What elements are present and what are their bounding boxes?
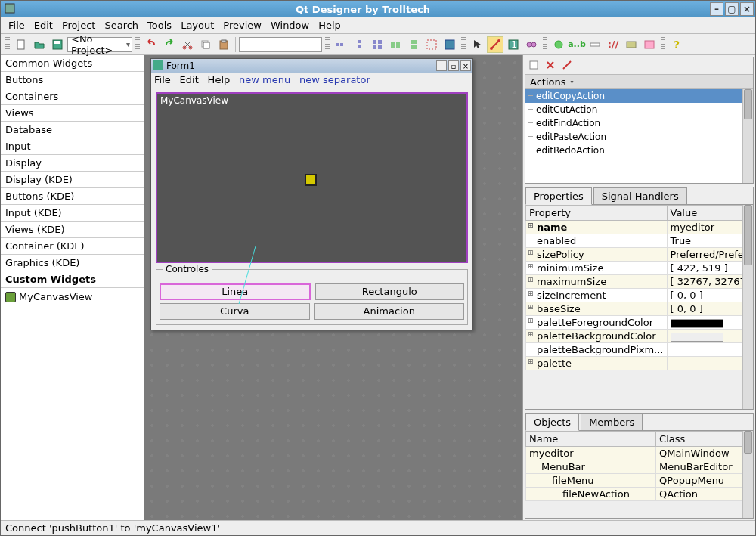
action-item[interactable]: editRedoAction xyxy=(525,144,753,157)
tab-signal-handlers[interactable]: Signal Handlers xyxy=(593,187,687,204)
linea-button[interactable]: Linea xyxy=(160,283,311,300)
toolbar-grip[interactable] xyxy=(5,37,10,52)
tab-order-icon[interactable]: 1 xyxy=(505,36,522,53)
search-input[interactable] xyxy=(239,37,322,52)
form-new-menu[interactable]: new menu xyxy=(239,74,290,85)
layout-split-v-icon[interactable] xyxy=(405,36,422,53)
category-display-kde[interactable]: Display (KDE) xyxy=(1,172,144,188)
rectangulo-button[interactable]: Rectangulo xyxy=(315,283,465,300)
category-custom-widgets[interactable]: Custom Widgets xyxy=(1,271,144,288)
category-input-kde[interactable]: Input (KDE) xyxy=(1,205,144,222)
break-layout-icon[interactable] xyxy=(423,36,440,53)
menu-tools[interactable]: Tools xyxy=(143,18,176,33)
category-containers[interactable]: Containers xyxy=(1,88,144,105)
form-window[interactable]: Form1 – ▫ × File Edit Help new menu new … xyxy=(150,58,473,330)
col-value[interactable]: Value xyxy=(667,206,753,221)
widget-tool-icon[interactable] xyxy=(550,36,567,53)
toolbar-grip[interactable] xyxy=(661,37,665,52)
property-row[interactable]: enabledTrue xyxy=(526,234,754,248)
menu-help[interactable]: Help xyxy=(314,18,345,33)
buddy-icon[interactable] xyxy=(523,36,540,53)
category-container-kde[interactable]: Container (KDE) xyxy=(1,238,144,255)
menu-search[interactable]: Search xyxy=(100,18,143,33)
action-item[interactable]: editCutAction xyxy=(525,103,753,116)
form-maximize-button[interactable]: ▫ xyxy=(448,60,459,71)
col-name[interactable]: Name xyxy=(526,432,656,447)
connect-action-icon[interactable] xyxy=(562,60,574,72)
property-row[interactable]: sizeIncrement[ 0, 0 ] xyxy=(526,289,754,302)
animacion-button[interactable]: Animacion xyxy=(314,303,465,320)
menu-project[interactable]: Project xyxy=(57,18,100,33)
text-tool-icon[interactable]: a..b xyxy=(569,36,585,53)
object-row[interactable]: fileNewActionQAction xyxy=(526,488,753,501)
slot-tool-icon[interactable]: :// xyxy=(605,36,621,53)
category-buttons[interactable]: Buttons xyxy=(1,72,144,88)
category-graphics-kde[interactable]: Graphics (KDE) xyxy=(1,255,144,271)
property-row[interactable]: maximumSize[ 32767, 32767 ] xyxy=(526,275,754,289)
action-item[interactable]: editFindAction xyxy=(525,116,753,130)
property-row[interactable]: minimumSize[ 422, 519 ] xyxy=(526,262,754,275)
scrollbar[interactable] xyxy=(742,205,753,409)
tab-properties[interactable]: Properties xyxy=(525,187,592,205)
property-row[interactable]: paletteForegroundColor xyxy=(526,316,754,330)
menu-edit[interactable]: Edit xyxy=(29,18,57,33)
tab-objects[interactable]: Objects xyxy=(525,414,579,431)
col-property[interactable]: Property xyxy=(526,206,668,221)
layout-h-icon[interactable] xyxy=(333,36,349,53)
form-new-separator[interactable]: new separator xyxy=(299,74,370,85)
form-menu-file[interactable]: File xyxy=(154,74,171,85)
menu-layout[interactable]: Layout xyxy=(176,18,218,33)
toolbar-grip[interactable] xyxy=(325,37,330,52)
action-item[interactable]: editPasteAction xyxy=(525,130,753,144)
new-file-icon[interactable] xyxy=(13,36,29,53)
actions-header[interactable]: Actions xyxy=(525,74,753,89)
minimize-button[interactable]: – xyxy=(710,2,723,16)
form-client[interactable]: MyCanvasView Controles Linea Rectangulo … xyxy=(151,88,472,330)
object-row[interactable]: fileMenuQPopupMenu xyxy=(526,474,753,488)
layout-split-h-icon[interactable] xyxy=(387,36,404,53)
copy-icon[interactable] xyxy=(197,36,214,53)
tab-members[interactable]: Members xyxy=(581,414,643,430)
scrollbar[interactable] xyxy=(742,431,753,518)
maximize-button[interactable]: ▢ xyxy=(725,2,739,16)
delete-action-icon[interactable] xyxy=(545,60,557,72)
action-item[interactable]: editCopyAction xyxy=(525,89,753,103)
menu-window[interactable]: Window xyxy=(266,18,314,33)
col-class[interactable]: Class xyxy=(656,432,753,447)
pointer-icon[interactable] xyxy=(469,36,485,53)
preview-tool-icon[interactable] xyxy=(641,36,658,53)
save-icon[interactable] xyxy=(49,36,66,53)
form-minimize-button[interactable]: – xyxy=(436,60,447,71)
layout-v-icon[interactable] xyxy=(351,36,367,53)
menu-file[interactable]: File xyxy=(4,18,29,33)
category-display[interactable]: Display xyxy=(1,155,144,172)
menu-preview[interactable]: Preview xyxy=(218,18,266,33)
category-database[interactable]: Database xyxy=(1,122,144,138)
adjust-size-icon[interactable] xyxy=(442,36,458,53)
cut-icon[interactable] xyxy=(179,36,196,53)
canvas-widget[interactable]: MyCanvasView xyxy=(156,92,468,263)
toolbar-grip[interactable] xyxy=(135,37,140,52)
toolbar-grip[interactable] xyxy=(461,37,466,52)
help-icon[interactable]: ? xyxy=(668,36,685,53)
category-views-kde[interactable]: Views (KDE) xyxy=(1,222,144,238)
form-menu-help[interactable]: Help xyxy=(208,74,231,85)
new-action-icon[interactable] xyxy=(528,60,541,72)
edit-tool-icon[interactable] xyxy=(587,36,603,53)
property-row[interactable]: paletteBackgroundPixm... xyxy=(526,343,754,357)
close-button[interactable]: × xyxy=(740,2,754,16)
category-views[interactable]: Views xyxy=(1,105,144,122)
property-row[interactable]: paletteBackgroundColor xyxy=(526,330,754,343)
resource-tool-icon[interactable] xyxy=(623,36,640,53)
form-menu-edit[interactable]: Edit xyxy=(180,74,199,85)
open-icon[interactable] xyxy=(31,36,48,53)
paste-icon[interactable] xyxy=(215,36,232,53)
category-common-widgets[interactable]: Common Widgets xyxy=(1,55,144,72)
property-row[interactable]: namemyeditor xyxy=(526,221,754,234)
undo-icon[interactable] xyxy=(143,36,160,53)
curva-button[interactable]: Curva xyxy=(160,303,310,320)
category-buttons-kde[interactable]: Buttons (KDE) xyxy=(1,188,144,205)
property-row[interactable]: baseSize[ 0, 0 ] xyxy=(526,302,754,316)
property-row[interactable]: sizePolicyPreferred/Preferr... xyxy=(526,248,754,262)
scrollbar[interactable] xyxy=(742,89,753,183)
